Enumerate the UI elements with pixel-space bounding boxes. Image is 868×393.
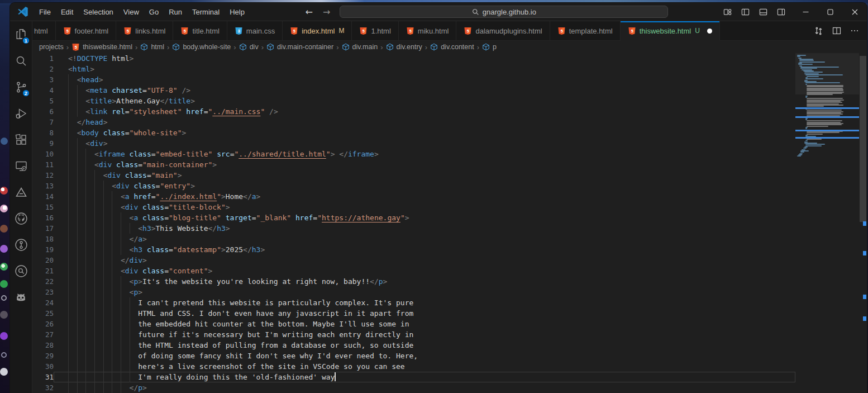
menu-edit[interactable]: Edit [56, 6, 78, 18]
toggle-secondary-sidebar-icon[interactable] [777, 8, 785, 16]
code-line-26[interactable]: 26 the embedded hit counter at the botto… [32, 319, 867, 329]
breadcrumb-item-projects[interactable]: projects [38, 43, 65, 51]
breadcrumb-item-body.whole-site[interactable]: body.whole-site [171, 43, 232, 51]
more-actions-icon[interactable] [850, 26, 859, 35]
activity-extensions-icon[interactable] [10, 126, 32, 153]
code-line-25[interactable]: 25 HTML and CSS. I don't even have any j… [32, 308, 867, 319]
tab-1.html[interactable]: 51.html [352, 21, 398, 40]
breadcrumb-item-div.main[interactable]: div.main [341, 43, 379, 51]
activity-triangle-extension-icon[interactable] [10, 179, 32, 205]
code-line-4[interactable]: 4 <meta charset="UTF-8" /> [32, 85, 867, 96]
tab-miku.html[interactable]: 5miku.html [399, 21, 457, 40]
tab-index.html[interactable]: 5index.htmlM [283, 21, 352, 40]
tab-html[interactable]: html [32, 21, 56, 40]
nav-forward-icon[interactable]: → [318, 7, 335, 17]
minimize-button[interactable] [793, 3, 818, 21]
vscode-logo-icon [17, 6, 28, 17]
menu-view[interactable]: View [118, 6, 144, 18]
activity-remote-explorer-icon[interactable] [10, 153, 32, 179]
breadcrumb-item-div.content[interactable]: div.content [429, 43, 475, 51]
tab-template.html[interactable]: 5template.html [550, 21, 621, 40]
breadcrumb-item-html[interactable]: html [139, 43, 165, 51]
activity-godot-tools-icon[interactable] [10, 284, 32, 310]
breadcrumb-item-div[interactable]: div [238, 43, 260, 51]
code-line-14[interactable]: 14 <a href="../index.html">Home</a> [32, 191, 867, 202]
code-line-9[interactable]: 9 <div> [32, 138, 867, 149]
menu-selection[interactable]: Selection [78, 6, 118, 18]
split-editor-icon[interactable] [832, 26, 841, 35]
toggle-panel-icon[interactable] [759, 8, 767, 16]
customize-layout-icon[interactable] [723, 8, 732, 16]
tab-links.html[interactable]: 5links.html [116, 21, 173, 40]
tab-dalamudplugins.html[interactable]: 5dalamudplugins.html [456, 21, 550, 40]
breadcrumb-item-thiswebsite.html[interactable]: 5thiswebsite.html [70, 43, 133, 51]
code-line-16[interactable]: 16 <a class="blog-title" target="_blank"… [32, 212, 867, 223]
code-line-19[interactable]: 19 <h3 class="datestamp">2025</h3> [32, 244, 867, 255]
tab-footer.html[interactable]: 5footer.html [56, 21, 117, 40]
code-line-3[interactable]: 3 <head> [32, 74, 867, 85]
activity-gitlens-icon[interactable] [10, 231, 32, 258]
code-line-7[interactable]: 7 </head> [32, 117, 867, 127]
line-number: 1 [32, 53, 54, 64]
code-line-12[interactable]: 12 <div class="main"> [32, 170, 867, 181]
command-center-search[interactable]: gnargle.github.io [340, 6, 668, 18]
tab-title.html[interactable]: 5title.html [173, 21, 227, 40]
code-line-8[interactable]: 8 <body class="whole-site"> [32, 127, 867, 138]
open-changes-icon[interactable] [814, 26, 823, 36]
line-number: 16 [32, 212, 54, 223]
activity-github-icon[interactable] [10, 205, 32, 231]
code-line-29[interactable]: 29 of doing some fancy shit I don't see … [32, 351, 867, 361]
minimap[interactable] [795, 53, 859, 393]
editor-region: html5footer.html5links.html5title.html3m… [32, 21, 867, 393]
code-line-22[interactable]: 22 <p>It's the website you're looking at… [32, 276, 867, 287]
menu-help[interactable]: Help [225, 6, 250, 18]
code-line-10[interactable]: 10 <iframe class="embed-title" src="../s… [32, 149, 867, 159]
code-line-13[interactable]: 13 <div class="entry"> [32, 181, 867, 191]
code-line-17[interactable]: 17 <h3>This Website</h3> [32, 223, 867, 234]
breadcrumb-item-div.main-container[interactable]: div.main-container [265, 43, 335, 51]
code-line-21[interactable]: 21 <div class="content"> [32, 266, 867, 276]
tab-thiswebsite.html[interactable]: 5thiswebsite.htmlU [621, 21, 720, 41]
code-line-2[interactable]: 2<html> [32, 64, 867, 74]
code-line-15[interactable]: 15 <div class="title-block"> [32, 202, 867, 212]
menu-file[interactable]: File [34, 6, 56, 18]
code-line-31[interactable]: 31 I'm really doing this the 'old-fashio… [32, 372, 867, 382]
symbol-element-icon [266, 43, 274, 51]
close-button[interactable] [842, 3, 867, 21]
code-line-24[interactable]: 24 I can't pretend this website is parti… [32, 297, 867, 308]
chevron-right-icon: › [233, 43, 236, 51]
code-editor[interactable]: 1<!DOCTYPE html>2<html>3 <head>4 <meta c… [32, 53, 867, 393]
code-line-1[interactable]: 1<!DOCTYPE html> [32, 53, 867, 64]
menu-go[interactable]: Go [144, 6, 164, 18]
menu-run[interactable]: Run [164, 6, 187, 18]
tab-main.css[interactable]: 3main.css [227, 21, 283, 40]
breadcrumb-item-p[interactable]: p [481, 43, 498, 51]
code-line-27[interactable]: 27 future if it's necessary but I'm writ… [32, 329, 867, 340]
code-line-11[interactable]: 11 <div class="main-container"> [32, 159, 867, 170]
code-line-30[interactable]: 30 here's a live screenshot of the site … [32, 361, 867, 372]
menu-terminal[interactable]: Terminal [187, 6, 225, 18]
breadcrumb-label: div.content [441, 43, 474, 51]
activity-badge: 2 [22, 89, 30, 97]
activity-run-debug-icon[interactable] [10, 100, 32, 126]
activity-gitlens-search-icon[interactable] [10, 258, 32, 284]
code-line-20[interactable]: 20 </div> [32, 255, 867, 266]
maximize-button[interactable] [818, 3, 842, 21]
activity-source-control-icon[interactable]: 2 [10, 74, 32, 100]
line-number: 29 [32, 351, 54, 361]
code-line-32[interactable]: 32 </p> [32, 382, 867, 393]
toggle-sidebar-icon[interactable] [741, 8, 750, 16]
code-line-5[interactable]: 5 <title>Athene.Gay</title> [32, 96, 867, 106]
activity-explorer-icon[interactable]: 1 [10, 21, 32, 48]
breadcrumb-item-div.entry[interactable]: div.entry [385, 43, 423, 51]
unsaved-dot-icon[interactable] [707, 29, 712, 34]
activity-search-icon[interactable] [10, 48, 32, 74]
code-line-23[interactable]: 23 <p> [32, 287, 867, 297]
code-text: <div class="entry"> [54, 181, 795, 191]
code-line-18[interactable]: 18 </a> [32, 234, 867, 244]
code-text: <meta charset="UTF-8" /> [54, 85, 795, 96]
code-line-28[interactable]: 28 the HTML instead of pulling from a da… [32, 340, 867, 351]
scrollbar-thumb[interactable] [860, 56, 866, 222]
nav-back-icon[interactable]: ← [301, 7, 318, 17]
code-line-6[interactable]: 6 <link rel="stylesheet" href="../main.c… [32, 106, 867, 117]
